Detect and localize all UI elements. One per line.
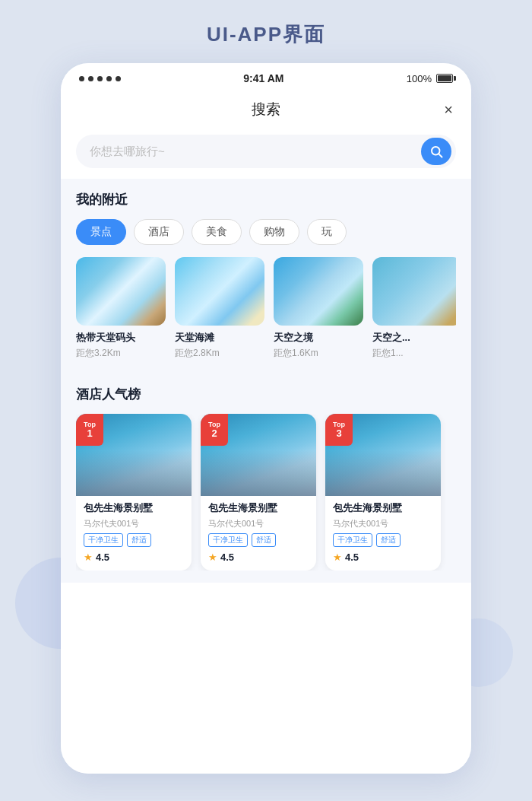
hotel-tags-3: 干净卫生 舒适 — [333, 533, 433, 547]
hotel-sub-2: 马尔代夫001号 — [208, 518, 309, 529]
status-time: 9:41 AM — [243, 72, 283, 84]
rating-num-2: 4.5 — [220, 551, 234, 563]
search-placeholder-text: 你想去哪旅行~ — [90, 145, 421, 159]
hotel-info-1: 包先生海景别墅 马尔代夫001号 干净卫生 舒适 ★ 4.5 — [76, 496, 192, 571]
hotel-tags-1: 干净卫生 舒适 — [84, 533, 184, 547]
hotel-img-wrap-1: Top 1 — [76, 414, 192, 496]
hotel-name-1: 包先生海景别墅 — [84, 502, 184, 515]
top-badge-num-3: 3 — [336, 428, 341, 438]
attraction-name-2: 天堂海滩 — [175, 331, 264, 345]
attraction-img-3 — [274, 257, 363, 326]
hotel-name-3: 包先生海景别墅 — [333, 502, 433, 515]
tab-play[interactable]: 玩 — [307, 219, 347, 245]
top-badge-1: Top 1 — [76, 414, 103, 446]
hotel-img-wrap-3: Top 3 — [325, 414, 441, 496]
hotel-card-1[interactable]: Top 1 包先生海景别墅 马尔代夫001号 干净卫生 舒适 ★ — [76, 414, 192, 571]
hotel-section: 酒店人气榜 Top 1 包先生海景别墅 马尔代夫001号 — [61, 373, 471, 583]
search-bar[interactable]: 你想去哪旅行~ — [76, 135, 456, 168]
attraction-dist-4: 距您1... — [372, 347, 456, 360]
hotel-name-2: 包先生海景别墅 — [208, 502, 309, 515]
dot-1 — [79, 76, 84, 81]
battery-icon — [436, 74, 453, 83]
dot-5 — [116, 76, 121, 81]
top-badge-2: Top 2 — [201, 414, 228, 446]
app-content: 搜索 × 你想去哪旅行~ 我的附近 景点 酒店 美食 — [61, 89, 471, 774]
hotel-sub-3: 马尔代夫001号 — [333, 518, 433, 529]
hotel-card-3[interactable]: Top 3 包先生海景别墅 马尔代夫001号 干净卫生 舒适 ★ — [325, 414, 441, 571]
attraction-name-1: 热带天堂码头 — [76, 331, 166, 345]
hotel-info-2: 包先生海景别墅 马尔代夫001号 干净卫生 舒适 ★ 4.5 — [201, 496, 316, 571]
attraction-card-3[interactable]: 天空之境 距您1.6Km — [274, 257, 363, 360]
pier-image — [76, 257, 166, 326]
star-icon-3: ★ — [333, 551, 342, 563]
search-bar-wrap: 你想去哪旅行~ — [61, 127, 471, 179]
attraction-card-2[interactable]: 天堂海滩 距您2.8Km — [175, 257, 264, 360]
hotel-tag-2b: 舒适 — [252, 533, 276, 547]
hotel-rating-1: ★ 4.5 — [84, 551, 184, 563]
hotel-tag-1b: 舒适 — [127, 533, 151, 547]
battery-text: 100% — [407, 73, 432, 84]
dot-3 — [97, 76, 103, 81]
beach-image — [175, 257, 264, 326]
tab-food[interactable]: 美食 — [192, 219, 242, 245]
nearby-section: 我的附近 景点 酒店 美食 购物 玩 热带天堂码头 距您3.2Km — [61, 179, 471, 373]
category-tabs: 景点 酒店 美食 购物 玩 — [76, 219, 456, 245]
attraction-img-1 — [76, 257, 166, 326]
tab-shopping[interactable]: 购物 — [249, 219, 299, 245]
attraction4-image — [372, 257, 456, 326]
tab-hotel[interactable]: 酒店 — [134, 219, 184, 245]
phone-frame: 9:41 AM 100% 搜索 × 你想去哪旅行~ — [61, 63, 471, 774]
search-icon — [429, 145, 443, 158]
rating-num-3: 4.5 — [345, 551, 359, 563]
attraction-list: 热带天堂码头 距您3.2Km 天堂海滩 距您2.8Km 天空之境 距您1.6Km — [76, 257, 456, 360]
hotel-tag-2a: 干净卫生 — [208, 533, 248, 547]
hotel-tag-3a: 干净卫生 — [333, 533, 372, 547]
hotel-img-wrap-2: Top 2 — [201, 414, 316, 496]
hotel-info-3: 包先生海景别墅 马尔代夫001号 干净卫生 舒适 ★ 4.5 — [325, 496, 441, 571]
hotel-bungalow-1 — [76, 450, 192, 496]
hotel-list: Top 1 包先生海景别墅 马尔代夫001号 干净卫生 舒适 ★ — [76, 414, 456, 571]
attraction-name-4: 天空之... — [372, 331, 456, 345]
battery-fill — [438, 75, 451, 81]
hotel-sub-1: 马尔代夫001号 — [84, 518, 184, 529]
attraction-dist-3: 距您1.6Km — [274, 347, 363, 360]
top-badge-num-2: 2 — [211, 428, 217, 438]
attraction-img-4 — [372, 257, 456, 326]
hotel-tag-3b: 舒适 — [376, 533, 401, 547]
hotel-tag-1a: 干净卫生 — [84, 533, 123, 547]
dot-2 — [88, 76, 93, 81]
header-title: 搜索 — [100, 100, 432, 119]
attraction-name-3: 天空之境 — [274, 331, 363, 345]
app-header: 搜索 × — [61, 89, 471, 127]
search-button[interactable] — [421, 138, 451, 165]
hotel-rating-2: ★ 4.5 — [208, 551, 309, 563]
status-dots — [79, 76, 121, 81]
page-bg-title: UI-APP界面 — [0, 0, 532, 63]
attraction-dist-2: 距您2.8Km — [175, 347, 264, 360]
status-bar: 9:41 AM 100% — [61, 63, 471, 89]
star-icon-1: ★ — [84, 551, 93, 563]
nearby-section-title: 我的附近 — [76, 191, 456, 208]
status-right: 100% — [407, 73, 453, 84]
hotel-bungalow-3 — [325, 450, 441, 496]
dot-4 — [106, 76, 112, 81]
top-badge-num-1: 1 — [87, 428, 92, 438]
hotel-bungalow-2 — [201, 450, 316, 496]
star-icon-2: ★ — [208, 551, 217, 563]
close-button[interactable]: × — [432, 101, 453, 119]
top-badge-3: Top 3 — [325, 414, 353, 446]
hotel-card-2[interactable]: Top 2 包先生海景别墅 马尔代夫001号 干净卫生 舒适 ★ — [201, 414, 316, 571]
svg-line-1 — [439, 154, 442, 157]
tab-attractions[interactable]: 景点 — [76, 219, 126, 245]
boat-image — [274, 257, 363, 326]
hotel-rating-3: ★ 4.5 — [333, 551, 433, 563]
attraction-dist-1: 距您3.2Km — [76, 347, 166, 360]
hotel-tags-2: 干净卫生 舒适 — [208, 533, 309, 547]
attraction-img-2 — [175, 257, 264, 326]
attraction-card-1[interactable]: 热带天堂码头 距您3.2Km — [76, 257, 166, 360]
attraction-card-4[interactable]: 天空之... 距您1... — [372, 257, 456, 360]
rating-num-1: 4.5 — [96, 551, 109, 563]
hotel-section-title: 酒店人气榜 — [76, 386, 456, 403]
